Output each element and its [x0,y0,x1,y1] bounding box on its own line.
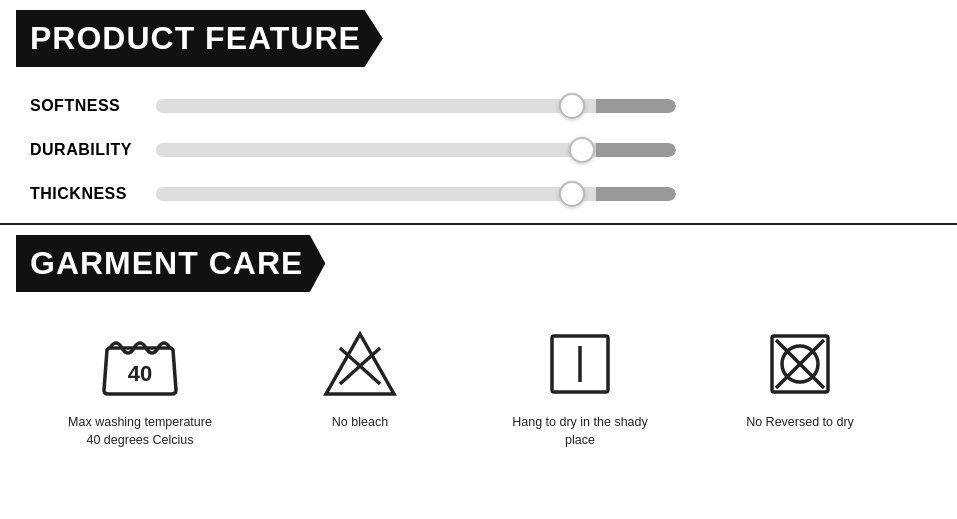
softness-row: SOFTNESS [30,95,927,117]
no-reversed-dry-icon [760,324,840,404]
softness-thumb[interactable] [559,93,585,119]
softness-slider[interactable] [156,95,676,117]
wash-40-icon: 40 [100,324,180,404]
no-bleach-label: No bleach [332,414,388,432]
softness-track-right [596,99,676,113]
wash-40-label: Max washing temperature 40 degrees Celci… [60,414,220,449]
features-section: SOFTNESS DURABILITY THICKNESS [0,77,957,223]
product-feature-title-box: PRODUCT FEATURE [16,10,383,67]
no-reversed-dry-label: No Reversed to dry [746,414,854,432]
thickness-track-left [156,187,596,201]
durability-thumb[interactable] [569,137,595,163]
thickness-row: THICKNESS [30,183,927,205]
thickness-thumb[interactable] [559,181,585,207]
thickness-track [156,187,676,201]
garment-care-title: GARMENT CARE [30,245,303,282]
thickness-track-right [596,187,676,201]
garment-care-title-box: GARMENT CARE [16,235,325,292]
hang-dry-shade-label: Hang to dry in the shady place [500,414,660,449]
svg-text:40: 40 [128,361,152,386]
care-item-wash: 40 Max washing temperature 40 degrees Ce… [30,324,250,449]
durability-row: DURABILITY [30,139,927,161]
care-item-no-bleach: No bleach [250,324,470,432]
thickness-label: THICKNESS [30,185,140,203]
no-bleach-icon [320,324,400,404]
durability-track-left [156,143,596,157]
product-feature-header: PRODUCT FEATURE [0,0,957,77]
softness-track-left [156,99,596,113]
softness-track [156,99,676,113]
care-item-no-reversed-dry: No Reversed to dry [690,324,910,432]
care-item-hang-dry: Hang to dry in the shady place [470,324,690,449]
garment-care-header: GARMENT CARE [0,225,957,302]
garment-care-section: GARMENT CARE 40 Max washing temperature … [0,225,957,465]
durability-slider[interactable] [156,139,676,161]
hang-dry-shade-icon [540,324,620,404]
durability-track [156,143,676,157]
softness-label: SOFTNESS [30,97,140,115]
product-feature-title: PRODUCT FEATURE [30,20,361,57]
thickness-slider[interactable] [156,183,676,205]
durability-track-right [596,143,676,157]
care-icons-row: 40 Max washing temperature 40 degrees Ce… [0,302,957,465]
durability-label: DURABILITY [30,141,140,159]
